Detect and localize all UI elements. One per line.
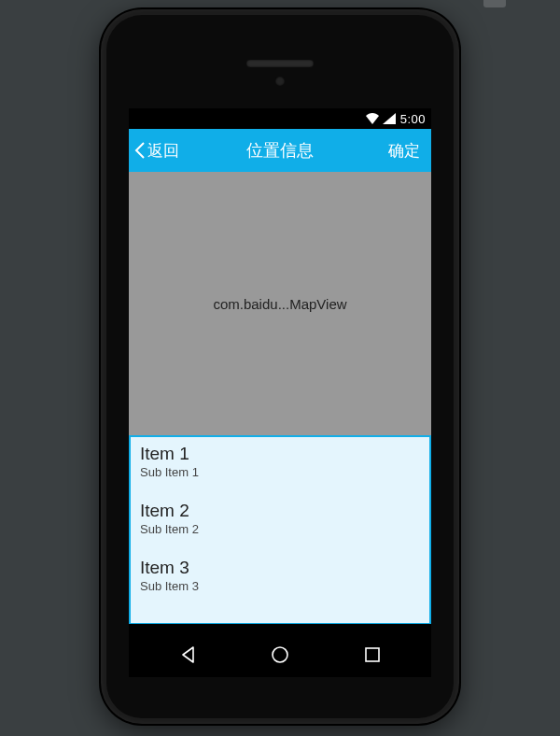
screen-bottom-strip (129, 624, 431, 632)
list-item-subtitle: Sub Item 2 (140, 522, 420, 536)
triangle-back-icon (178, 644, 199, 665)
circle-home-icon (270, 644, 290, 665)
confirm-button[interactable]: 确定 (377, 129, 431, 172)
phone-screen: 5:00 返回 位置信息 确定 com.b (129, 108, 431, 632)
editor-tab-stub (483, 0, 506, 7)
svg-point-0 (273, 647, 287, 662)
map-placeholder-text: com.baidu...MapView (213, 296, 346, 312)
svg-rect-1 (366, 648, 379, 661)
signal-icon (383, 113, 396, 124)
list-item-subtitle: Sub Item 3 (140, 579, 420, 593)
nav-recent-button[interactable] (340, 632, 405, 677)
phone-earpiece (246, 60, 314, 67)
list-item-title: Item 1 (140, 445, 420, 464)
square-recent-icon (363, 645, 382, 664)
nav-home-button[interactable] (247, 632, 313, 677)
confirm-label: 确定 (388, 140, 420, 162)
wifi-icon (365, 113, 380, 124)
list-item[interactable]: Item 3 Sub Item 3 (131, 551, 429, 599)
phone-device-inner: 5:00 返回 位置信息 确定 com.b (106, 15, 454, 718)
list-item-title: Item 3 (140, 559, 420, 578)
nav-back-button[interactable] (156, 632, 221, 677)
android-nav-bar (129, 632, 431, 677)
back-label: 返回 (147, 140, 179, 162)
app-bar: 返回 位置信息 确定 (129, 129, 431, 172)
list-item-subtitle: Sub Item 1 (140, 465, 420, 479)
phone-device-frame: 5:00 返回 位置信息 确定 com.b (101, 9, 459, 724)
back-button[interactable]: 返回 (129, 129, 185, 172)
location-list[interactable]: Item 1 Sub Item 1 Item 2 Sub Item 2 Item… (129, 435, 431, 624)
list-item[interactable]: Item 2 Sub Item 2 (131, 494, 429, 542)
map-view[interactable]: com.baidu...MapView (129, 172, 431, 435)
status-time: 5:00 (400, 112, 426, 126)
phone-front-camera (275, 77, 285, 86)
status-bar: 5:00 (129, 108, 431, 129)
list-item[interactable]: Item 1 Sub Item 1 (131, 437, 429, 485)
list-item-title: Item 2 (140, 502, 420, 521)
